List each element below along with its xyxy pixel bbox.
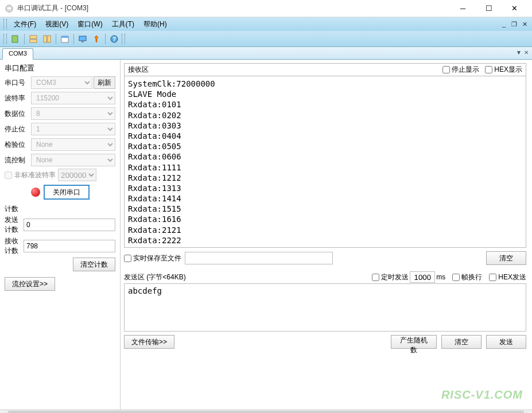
svg-rect-1 <box>7 7 11 9</box>
svg-rect-6 <box>48 36 51 42</box>
stop-display-checkbox[interactable] <box>442 66 450 73</box>
svg-rect-2 <box>12 36 18 42</box>
random-button[interactable]: 产生随机数 <box>391 335 437 349</box>
toolbar: ? <box>0 31 532 47</box>
config-panel: 串口配置 串口号 COM3 刷新 波特率 115200 数据位 8 停止位 1 … <box>0 60 121 410</box>
minimize-button[interactable]: ─ <box>450 1 476 17</box>
menu-tools[interactable]: 工具(T) <box>107 18 139 30</box>
recv-area-title: 接收区 <box>128 65 437 75</box>
save-path-input[interactable] <box>185 252 333 264</box>
save-to-file-checkbox[interactable] <box>124 255 131 262</box>
stop-display-label: 停止显示 <box>452 65 479 75</box>
menu-file[interactable]: 文件(F) <box>9 18 41 30</box>
hex-display-label: HEX显示 <box>494 65 522 75</box>
new-icon[interactable] <box>9 33 22 45</box>
tab-com3[interactable]: COM3 <box>2 48 33 60</box>
scroll-thumb[interactable] <box>8 411 524 413</box>
timed-send-checkbox[interactable] <box>372 274 379 281</box>
svg-rect-3 <box>30 36 37 38</box>
mdi-close-button[interactable]: ✕ <box>521 20 529 28</box>
title-bar: 串口调试工具 - [COM3] ─ ☐ ✕ <box>0 0 532 17</box>
clear-counts-button[interactable]: 清空计数 <box>73 258 115 271</box>
svg-rect-10 <box>81 41 84 42</box>
send-area-title: 发送区 (字节<64KB) <box>124 272 186 282</box>
calendar-icon[interactable] <box>59 33 71 45</box>
maximize-button[interactable]: ☐ <box>476 1 502 17</box>
svg-text:?: ? <box>112 36 116 42</box>
nonstandard-baud-select[interactable]: 200000 <box>58 169 96 181</box>
tab-bar: COM3 ▼ ✕ <box>0 47 532 60</box>
flowcontrol-label: 流控制 <box>5 155 31 165</box>
frame-wrap-label: 帧换行 <box>461 272 482 282</box>
parity-label: 检验位 <box>5 140 31 150</box>
scroll-right-arrow-icon[interactable]: ▶ <box>524 411 532 413</box>
frame-wrap-checkbox[interactable] <box>452 274 460 281</box>
menu-view[interactable]: 视图(V) <box>41 18 73 30</box>
refresh-button[interactable]: 刷新 <box>94 76 115 89</box>
menu-window[interactable]: 窗口(W) <box>73 18 107 30</box>
counts-title: 计数 <box>5 204 115 214</box>
port-status-icon <box>31 188 40 197</box>
clear-recv-button[interactable]: 清空 <box>486 251 526 265</box>
timed-interval-input[interactable] <box>410 271 435 283</box>
nonstandard-baud-checkbox[interactable] <box>5 172 12 179</box>
toolbar-grip <box>3 34 7 44</box>
parity-select[interactable]: None <box>31 138 115 151</box>
hex-send-label: HEX发送 <box>498 272 526 282</box>
flow-settings-button[interactable]: 流控设置>> <box>5 277 55 291</box>
send-count-value[interactable] <box>24 219 115 231</box>
send-button[interactable]: 发送 <box>486 335 526 349</box>
recv-textarea[interactable]: SystemClk:72000000 SLAVE Mode Rxdata:010… <box>124 76 526 248</box>
recv-count-label: 接收计数 <box>5 236 24 256</box>
timed-interval-unit: ms <box>436 273 445 281</box>
mdi-minimize-button[interactable]: _ <box>500 20 508 28</box>
menu-help[interactable]: 帮助(H) <box>139 18 172 30</box>
file-transfer-button[interactable]: 文件传输>> <box>124 335 174 349</box>
data-panel: 接收区 停止显示 HEX显示 SystemClk:72000000 SLAVE … <box>121 60 532 410</box>
app-icon <box>5 4 14 13</box>
send-count-label: 发送计数 <box>5 215 24 235</box>
config-title: 串口配置 <box>5 63 115 73</box>
svg-rect-9 <box>79 36 86 41</box>
hex-send-checkbox[interactable] <box>489 274 496 281</box>
tile-horizontal-icon[interactable] <box>27 33 40 45</box>
nonstandard-baud-label: 非标准波特率 <box>14 170 56 180</box>
clear-send-button[interactable]: 清空 <box>441 335 481 349</box>
port-label: 串口号 <box>5 78 31 88</box>
tile-vertical-icon[interactable] <box>41 33 53 45</box>
svg-rect-4 <box>30 40 37 42</box>
svg-rect-8 <box>61 36 68 38</box>
stopbits-label: 停止位 <box>5 124 31 134</box>
close-button[interactable]: ✕ <box>502 1 527 17</box>
window-title: 串口调试工具 - [COM3] <box>17 3 450 13</box>
stopbits-select[interactable]: 1 <box>31 123 115 135</box>
databits-select[interactable]: 8 <box>31 107 115 120</box>
menu-bar: 文件(F) 视图(V) 窗口(W) 工具(T) 帮助(H) _ ❐ ✕ <box>0 17 532 31</box>
horizontal-scrollbar[interactable]: ◀ ▶ <box>0 410 532 413</box>
databits-label: 数据位 <box>5 109 31 119</box>
close-port-button[interactable]: 关闭串口 <box>44 185 90 200</box>
help-icon[interactable]: ? <box>108 33 121 45</box>
hex-display-checkbox[interactable] <box>485 66 492 73</box>
send-textarea[interactable] <box>124 283 526 332</box>
toolbar-grip-end <box>122 34 125 44</box>
svg-rect-5 <box>44 36 46 42</box>
pin-icon[interactable] <box>90 33 103 45</box>
flowcontrol-select[interactable]: None <box>31 154 115 166</box>
baud-label: 波特率 <box>5 93 31 103</box>
scroll-left-arrow-icon[interactable]: ◀ <box>0 411 8 413</box>
save-to-file-label: 实时保存至文件 <box>133 254 181 263</box>
display-icon[interactable] <box>76 33 89 45</box>
tab-dropdown-icon[interactable]: ▼ <box>516 49 522 56</box>
mdi-restore-button[interactable]: ❐ <box>510 20 518 28</box>
port-select[interactable]: COM3 <box>31 76 92 89</box>
recv-count-value[interactable] <box>24 240 115 252</box>
timed-send-label: 定时发送 <box>381 272 409 282</box>
menubar-grip <box>3 19 7 29</box>
tab-close-icon[interactable]: ✕ <box>524 49 529 56</box>
baud-select[interactable]: 115200 <box>31 92 115 104</box>
